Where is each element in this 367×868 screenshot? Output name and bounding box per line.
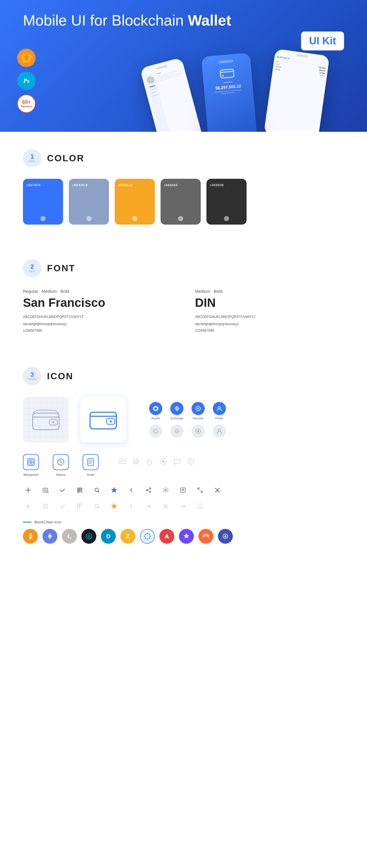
check-icon	[57, 485, 68, 495]
svg-line-73	[98, 491, 100, 493]
qr-icon	[75, 485, 85, 495]
circle-icon	[160, 458, 167, 466]
section-number-2: 2 TWO	[23, 259, 41, 277]
color-swatch-gray: #666666	[161, 179, 201, 225]
nav-icons-row-colored: Assets Exchange	[149, 402, 226, 420]
nav-icon-assets-gray	[149, 425, 162, 438]
svg-rect-35	[31, 462, 33, 464]
svg-rect-31	[28, 459, 34, 466]
info-icon	[187, 458, 195, 466]
color-section-header: 1 ONE COLOR	[23, 132, 344, 167]
svg-point-26	[198, 408, 199, 409]
svg-point-75	[146, 490, 148, 491]
nav-icon-exchange: Exchange	[170, 402, 184, 420]
purple-icon	[179, 529, 194, 544]
color-swatch-blue: #3574FA	[23, 179, 63, 225]
gear-icon	[161, 485, 171, 495]
icon-grid-wireframe	[23, 397, 69, 443]
hero-title: Mobile UI for Blockchain Wallet	[23, 11, 231, 29]
stratis-icon	[218, 529, 233, 544]
dash-icon: D	[101, 529, 116, 544]
svg-line-94	[98, 507, 100, 509]
message-icon	[173, 458, 181, 466]
layers-icon	[132, 458, 140, 466]
color-title: COLOR	[47, 153, 85, 163]
svg-rect-60	[78, 489, 79, 489]
font-section: Regular · Medium · Bold San Francisco AB…	[23, 289, 344, 333]
list-icon	[40, 485, 51, 495]
icons-showcase: Assets Exchange	[23, 397, 344, 443]
blue-line	[23, 522, 32, 523]
waves-icon	[198, 529, 213, 544]
nav-icons-group: Assets Exchange	[149, 402, 226, 438]
resize-icon	[195, 485, 205, 495]
nem-icon	[81, 529, 96, 544]
nav-icon-exchange-gray	[170, 425, 184, 438]
phone-mockup-3: $6,297,502.12 BTC 738-2003 ETH 564,912 W…	[264, 49, 330, 132]
app-icon-management: Mangment	[23, 454, 39, 476]
svg-rect-91	[80, 504, 82, 506]
nav-icon-discover-gray	[192, 425, 205, 438]
avax-icon	[160, 529, 174, 544]
phones-container: Profile myWallet $6,29	[160, 55, 318, 132]
ethereum-icon	[43, 529, 57, 544]
svg-point-27	[218, 406, 221, 409]
phone-mockup-2: myWallet $6,297,502.12 Character may be …	[201, 53, 257, 132]
svg-point-46	[162, 460, 165, 463]
sketch-badge	[17, 49, 35, 67]
font-title: FONT	[47, 263, 76, 274]
icon-wallet-blue	[80, 397, 126, 443]
svg-point-30	[218, 429, 221, 431]
zcash-icon: Z	[120, 529, 135, 544]
chevron-left-icon	[126, 485, 137, 495]
app-icon-history: History	[53, 454, 69, 476]
search-icon-faded	[92, 501, 102, 512]
star-icon-faded	[109, 501, 119, 512]
crypto-icons-row: ₿ Ł D Z	[23, 529, 344, 561]
font-col-din: Medium · Bold DIN ABCDEFGHIJKLMNOPQRSTUV…	[195, 289, 344, 333]
nav-icon-profile: Profile	[213, 402, 226, 420]
hero-badges: Ps 60+ Screens	[17, 49, 35, 113]
svg-rect-64	[78, 491, 79, 492]
svg-rect-2	[220, 69, 234, 78]
litecoin-icon: Ł	[62, 529, 77, 544]
font-col-sf: Regular · Medium · Bold San Francisco AB…	[23, 289, 172, 333]
svg-point-29	[197, 430, 199, 432]
svg-point-117	[225, 535, 226, 537]
fonts-row: Regular · Medium · Bold San Francisco AB…	[23, 289, 344, 333]
svg-point-99	[200, 505, 200, 506]
section-number-1: 1 ONE	[23, 149, 41, 167]
svg-point-49	[191, 460, 191, 460]
font-name-din: DIN	[195, 296, 344, 310]
svg-point-37	[61, 462, 64, 465]
svg-point-79	[165, 489, 167, 491]
upload-icon	[178, 485, 188, 495]
info-icon-faded	[195, 501, 205, 512]
colors-row: #3574FA #8DA0C8 #F5A623 #666666 #303030	[23, 179, 344, 225]
svg-rect-34	[29, 462, 31, 464]
close-icon-faded	[161, 501, 171, 512]
check-icon-faded	[57, 501, 68, 512]
bitcoin-icon: ₿	[23, 529, 38, 544]
search-icon	[92, 485, 102, 495]
phone-mockup-1: Profile	[140, 57, 204, 132]
star-icon	[109, 485, 119, 495]
blockchain-label: BlockChain Icon	[34, 520, 61, 524]
icon-section-header: 3 THREE ICON	[23, 350, 344, 385]
chat-icon	[118, 458, 126, 466]
svg-point-3	[222, 75, 224, 77]
app-icon-order: Order	[83, 454, 98, 476]
svg-rect-33	[31, 460, 33, 462]
nav-icon-profile-gray	[213, 425, 226, 438]
arrow-icon-faded	[143, 501, 154, 512]
grid-icon	[140, 529, 155, 544]
app-icons-section: Mangment History	[23, 454, 344, 476]
tools-row-colored	[23, 485, 344, 495]
ps-badge: Ps	[17, 72, 35, 90]
svg-point-23	[110, 421, 112, 423]
section-number-3: 3 THREE	[23, 367, 41, 385]
font-name-sf: San Francisco	[23, 296, 172, 310]
svg-rect-32	[29, 460, 31, 462]
svg-point-76	[150, 491, 151, 493]
svg-rect-90	[78, 504, 79, 506]
